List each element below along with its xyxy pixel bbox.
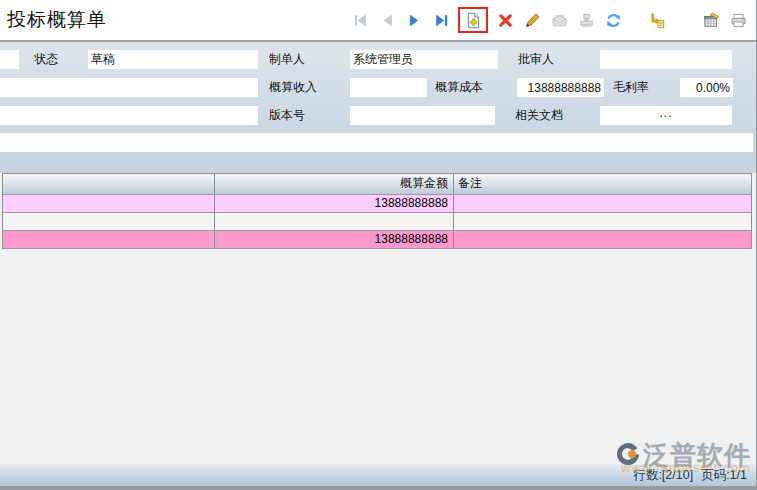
cell-remark[interactable]: [454, 231, 751, 248]
add-record-icon[interactable]: [463, 10, 483, 30]
print-icon[interactable]: [728, 10, 748, 30]
detail-area: 概算金额 备注 13888888888 13888888888: [0, 173, 756, 464]
detail-list-icon[interactable]: [646, 10, 666, 30]
col-header-amount[interactable]: 概算金额: [215, 174, 454, 194]
version-label: 版本号: [269, 106, 305, 125]
approver-field[interactable]: [600, 50, 732, 69]
table-total-row[interactable]: 13888888888: [3, 230, 751, 249]
table-header-row: 概算金额 备注: [3, 174, 751, 194]
row-count-text: 行数:[2/10]: [633, 467, 693, 484]
form-area: 状态 制单人 批审人 概算收入 概算成本 毛利率 版本号 相关文档 ...: [0, 42, 756, 173]
table-row[interactable]: [3, 212, 751, 230]
version-field[interactable]: [350, 106, 495, 125]
status-label: 状态: [34, 50, 58, 69]
edit-record-icon[interactable]: [522, 10, 542, 30]
table-row[interactable]: 13888888888: [3, 194, 751, 212]
first-record-icon[interactable]: [350, 10, 370, 30]
schedule-edit-icon[interactable]: [701, 10, 721, 30]
serial-field[interactable]: [0, 50, 19, 69]
app-window: 投标概算单: [0, 0, 757, 490]
cell-amount[interactable]: 13888888888: [215, 195, 454, 212]
income-label: 概算收入: [269, 78, 317, 97]
add-record-highlight[interactable]: [458, 7, 488, 33]
remark-field[interactable]: [0, 133, 753, 152]
approver-label: 批审人: [518, 50, 554, 69]
cell-amount[interactable]: [215, 213, 454, 230]
creator-field[interactable]: [350, 50, 498, 69]
status-field[interactable]: [88, 50, 258, 69]
delete-record-icon[interactable]: [495, 10, 515, 30]
submit-record-icon[interactable]: [549, 10, 569, 30]
estimate-table: 概算金额 备注 13888888888 13888888888: [2, 173, 752, 249]
status-bar: 行数:[2/10] 页码:1/1: [0, 463, 756, 490]
cell-item[interactable]: [3, 231, 215, 248]
refresh-icon[interactable]: [603, 10, 623, 30]
creator-label: 制单人: [269, 50, 305, 69]
page-title: 投标概算单: [0, 7, 107, 33]
cell-item[interactable]: [3, 195, 215, 212]
row2-left-field[interactable]: [0, 78, 258, 97]
previous-record-icon[interactable]: [377, 10, 397, 30]
cell-remark[interactable]: [454, 213, 751, 230]
cost-field[interactable]: [517, 78, 604, 97]
cell-amount[interactable]: 13888888888: [215, 231, 454, 248]
row3-left-field[interactable]: [0, 106, 258, 125]
approve-record-icon[interactable]: [576, 10, 596, 30]
related-docs-browse-button[interactable]: ...: [600, 106, 732, 125]
margin-label: 毛利率: [613, 78, 649, 97]
cost-label: 概算成本: [435, 78, 483, 97]
cell-item[interactable]: [3, 213, 215, 230]
income-field[interactable]: [350, 78, 427, 97]
next-record-icon[interactable]: [404, 10, 424, 30]
cell-remark[interactable]: [454, 195, 751, 212]
toolbar: [350, 7, 756, 33]
last-record-icon[interactable]: [431, 10, 451, 30]
related-docs-label: 相关文档: [515, 106, 563, 125]
margin-field[interactable]: [680, 78, 733, 97]
page-number-text: 页码:1/1: [701, 467, 747, 484]
title-bar: 投标概算单: [0, 0, 756, 40]
col-header-remark[interactable]: 备注: [454, 174, 751, 194]
col-header-item[interactable]: [3, 174, 215, 194]
